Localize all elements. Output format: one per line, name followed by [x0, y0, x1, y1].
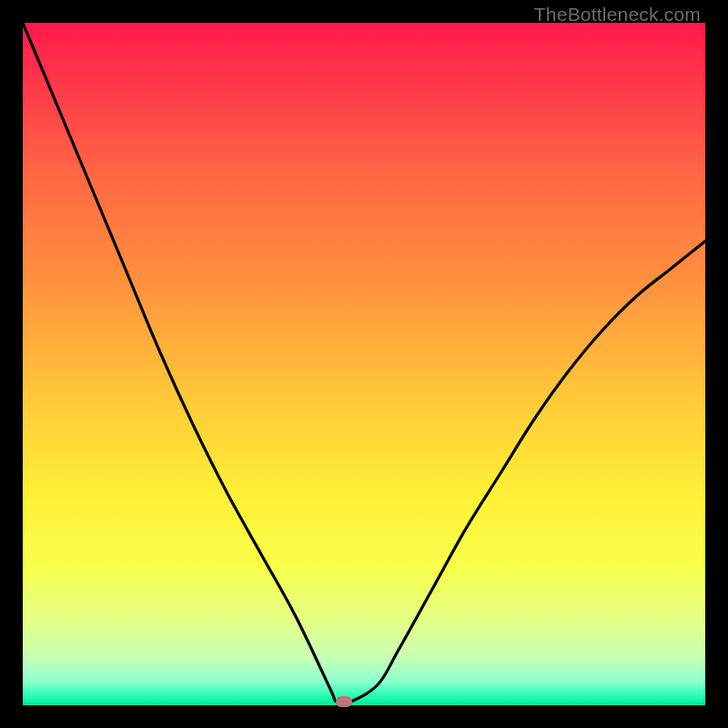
bottleneck-curve — [23, 23, 705, 705]
watermark-text: TheBottleneck.com — [534, 4, 701, 25]
optimal-point-marker — [336, 696, 352, 707]
plot-area — [23, 23, 705, 705]
